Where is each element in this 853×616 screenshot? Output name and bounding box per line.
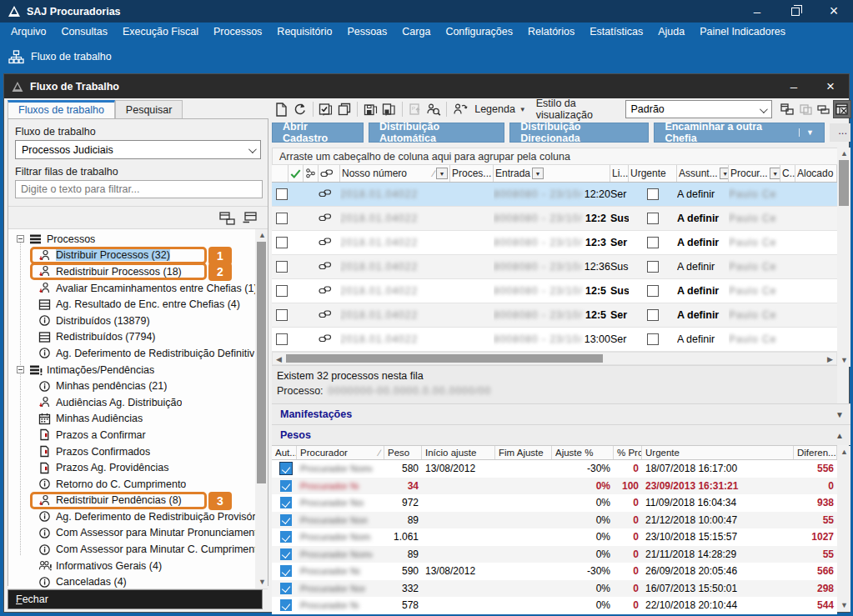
- tree-item[interactable]: Avaliar Encaminhamentos entre Chefias (1…: [8, 280, 255, 297]
- fechar-button[interactable]: Fechar: [8, 589, 263, 609]
- workflow-toolbar-button[interactable]: Fluxo de trabalho: [0, 45, 122, 69]
- tree-item[interactable]: Com Assessor para Minutar Pronunciament: [8, 525, 255, 542]
- export-page-icon[interactable]: P: [408, 101, 423, 118]
- dialog-close-button[interactable]: ×: [812, 74, 849, 98]
- urgente-checkbox[interactable]: [647, 309, 659, 321]
- group-by-band[interactable]: Arraste um cabeçalho de coluna aqui para…: [272, 148, 837, 165]
- restore-button[interactable]: [776, 0, 815, 23]
- menu-item-consultas[interactable]: Consultas: [53, 24, 115, 39]
- scroll-up-icon[interactable]: ▲: [840, 150, 848, 158]
- new-document-icon[interactable]: [273, 101, 289, 118]
- grid-vertical-scrollbar[interactable]: ▲ ▼: [837, 148, 850, 367]
- chevron-up-icon[interactable]: ▲: [835, 431, 844, 440]
- tree-item[interactable]: Distribuídos (13879): [8, 313, 255, 329]
- tree-expand-toggle[interactable]: [17, 235, 24, 243]
- pesos-row[interactable]: Procurador Nome1.0610%023/10/2018 15:15:…: [272, 528, 837, 546]
- tree-item[interactable]: Redistribuir Pendências (8)3: [8, 493, 255, 509]
- dialog-minimize-button[interactable]: –: [775, 74, 812, 98]
- tree-item[interactable]: Minhas Audiências: [8, 411, 255, 428]
- row-checkbox[interactable]: [276, 237, 288, 248]
- scroll-down-icon[interactable]: ▼: [840, 357, 848, 364]
- aut-checkbox[interactable]: [280, 463, 292, 474]
- minimize-button[interactable]: –: [738, 0, 776, 23]
- urgente-checkbox[interactable]: [647, 261, 659, 273]
- table-row[interactable]: 2018.01.0402258008080 - 23/10/2018 13:00…: [272, 328, 837, 352]
- tree-item[interactable]: Informativos Gerais (4): [8, 558, 255, 574]
- pesos-column-header-peso[interactable]: Peso: [384, 446, 422, 459]
- urgente-checkbox[interactable]: [647, 237, 659, 248]
- grid-scroll-thumb[interactable]: [839, 160, 849, 206]
- menu-item-arquivo[interactable]: Arquivo: [3, 24, 53, 39]
- menu-item-execu-o-fiscal[interactable]: Execução Fiscal: [115, 24, 206, 39]
- chevron-down-icon[interactable]: ▼: [835, 410, 844, 419]
- distribute-person-icon[interactable]: [452, 101, 468, 118]
- filter-dropdown-icon[interactable]: ▼: [436, 168, 448, 179]
- search-person-icon[interactable]: [426, 101, 441, 118]
- table-row[interactable]: 2018.01.0402258008080 - 23/10/2018 12:36…: [272, 255, 837, 279]
- scroll-down-icon[interactable]: ▼: [258, 578, 266, 586]
- pesos-row[interactable]: Procurador Nome3320%016/07/2013 15:50:01…: [272, 580, 837, 598]
- more-options-button[interactable]: ...: [830, 123, 850, 142]
- column-header-assunto[interactable]: Assunt...▼: [677, 165, 729, 182]
- menu-item-carga[interactable]: Carga: [394, 24, 438, 39]
- distribuicao-direcionada-button[interactable]: Distribuição Direcionada: [509, 123, 649, 143]
- menu-item-pessoas[interactable]: Pessoas: [339, 24, 394, 39]
- tree-vertical-scrollbar[interactable]: ▲ ▼: [255, 229, 268, 588]
- urgente-checkbox[interactable]: [647, 213, 659, 224]
- column-header-nosso-numero[interactable]: Nosso número∕▼: [340, 165, 450, 182]
- pesos-row[interactable]: Procurador Nome9720%011/09/2018 16:04:34…: [272, 494, 837, 512]
- abrir-cadastro-button[interactable]: Abrir Cadastro: [272, 123, 364, 143]
- tree-item[interactable]: Ag. Deferimento de Redistribuição Defini…: [8, 345, 255, 362]
- scroll-left-icon[interactable]: ◀: [276, 356, 282, 363]
- tree-item[interactable]: Ag. Resultado de Enc. entre Chefias (4): [8, 296, 255, 313]
- menu-item-requisit-rio[interactable]: Requisitório: [269, 24, 339, 39]
- save-page-icon[interactable]: [363, 101, 378, 118]
- tree-item[interactable]: Prazos Ag. Providências: [8, 459, 255, 476]
- column-header-urgente[interactable]: Urgente: [629, 165, 677, 182]
- layout-cascade-icon[interactable]: [797, 101, 814, 118]
- pesos-row[interactable]: Procurador Nome890%021/12/2018 10:00:475…: [272, 512, 837, 529]
- row-checkbox[interactable]: [276, 333, 288, 345]
- aut-checkbox[interactable]: [280, 480, 292, 492]
- distribuicao-automatica-button[interactable]: Distribuição Automática: [369, 123, 504, 143]
- menu-item-relat-rios[interactable]: Relatórios: [520, 24, 582, 39]
- row-checkbox[interactable]: [276, 261, 288, 273]
- menu-item-configura-es[interactable]: Configurações: [438, 24, 520, 39]
- aut-checkbox[interactable]: [280, 497, 292, 508]
- menu-item-ajuda[interactable]: Ajuda: [650, 24, 692, 39]
- split-dropdown-icon[interactable]: ▼: [799, 128, 814, 137]
- flow-combobox[interactable]: Processos Judiciais: [15, 140, 261, 159]
- pesos-column-header-pct-proba[interactable]: % Proba...: [614, 446, 642, 459]
- collapse-all-icon[interactable]: [243, 212, 259, 225]
- row-checkbox[interactable]: [276, 309, 288, 321]
- tree-item[interactable]: Minhas pendências (21): [8, 378, 255, 394]
- pesos-column-header-aut[interactable]: Aut...: [272, 446, 297, 459]
- aut-checkbox[interactable]: [280, 548, 292, 560]
- row-checkbox[interactable]: [276, 188, 288, 200]
- expand-all-icon[interactable]: [219, 212, 236, 225]
- menu-item-processos[interactable]: Processos: [206, 24, 269, 39]
- column-header-processo[interactable]: Proces...▼: [450, 165, 494, 182]
- section-pesos[interactable]: Pesos ▲: [272, 424, 850, 445]
- column-header-entrada[interactable]: Entrada▼: [494, 165, 610, 182]
- pesos-row[interactable]: Procurador Nome59013/08/2012-30%026/09/2…: [272, 563, 837, 580]
- aut-checkbox[interactable]: [280, 599, 292, 611]
- tree-scroll-thumb[interactable]: [257, 242, 266, 483]
- legenda-dropdown[interactable]: Legenda▼: [471, 103, 529, 115]
- scroll-up-icon[interactable]: ▲: [258, 232, 266, 239]
- tree-item[interactable]: Retorno do C. Cumprimento: [8, 476, 255, 493]
- tree-item[interactable]: Prazos Confirmados: [8, 443, 255, 460]
- scroll-up-icon[interactable]: ▲: [840, 448, 848, 456]
- table-row[interactable]: 2018.01.0402258008080 - 23/10/2018 12:5S…: [272, 279, 837, 303]
- grid-horizontal-scrollbar[interactable]: ◀ ▶: [272, 352, 837, 365]
- pesos-column-header-fim-ajuste[interactable]: Fim Ajuste: [495, 446, 552, 459]
- encaminhar-outra-chefia-button[interactable]: Encaminhar a outra Chefia▼: [654, 123, 825, 143]
- scroll-down-icon[interactable]: ▼: [840, 602, 848, 609]
- row-checkbox[interactable]: [276, 213, 288, 224]
- pesos-row[interactable]: Procurador Nome340%10023/09/2013 16:31:2…: [272, 478, 837, 495]
- refresh-icon[interactable]: [292, 101, 307, 118]
- table-row[interactable]: 2018.01.0402258008080 - 23/10/2018 12:2S…: [272, 207, 837, 231]
- layout-active-view-icon[interactable]: [834, 101, 850, 118]
- tree-item[interactable]: Prazos a Confirmar: [8, 427, 255, 443]
- page-checked-icon[interactable]: [319, 101, 334, 118]
